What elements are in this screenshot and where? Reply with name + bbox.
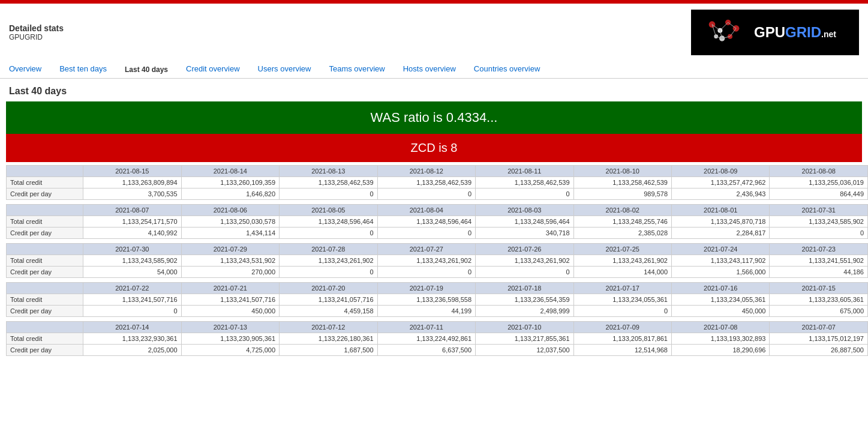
- molecule-icon: [700, 14, 748, 50]
- credit-per-day-value: 44,199: [377, 306, 475, 317]
- spacer: [7, 239, 868, 244]
- date-header: 2021-08-10: [573, 166, 671, 177]
- credit-per-day-value: 1,566,000: [672, 267, 770, 278]
- date-header: 2021-07-09: [573, 322, 671, 333]
- date-header: 2021-07-14: [83, 322, 181, 333]
- total-credit-value: 1,133,258,462,539: [476, 177, 573, 188]
- nav-countries-overview[interactable]: Countries overview: [474, 64, 540, 75]
- total-credit-label: Total credit: [7, 177, 83, 188]
- credit-per-day-value: 2,385,028: [573, 228, 671, 239]
- date-header: 2021-08-04: [377, 205, 475, 216]
- credit-per-day-value: 18,290,696: [672, 345, 770, 356]
- nav-overview[interactable]: Overview: [9, 64, 41, 75]
- credit-per-day-value: 1,434,114: [181, 228, 279, 239]
- svg-line-8: [720, 22, 728, 30]
- date-header: 2021-07-28: [280, 244, 377, 255]
- date-header: 2021-08-02: [573, 205, 671, 216]
- date-header: 2021-08-12: [377, 166, 475, 177]
- credit-per-day-value: 0: [573, 306, 671, 317]
- svg-line-9: [728, 22, 736, 28]
- date-header: 2021-07-11: [377, 322, 475, 333]
- total-credit-value: 1,133,243,261,902: [377, 255, 475, 267]
- total-credit-value: 1,133,245,870,718: [672, 216, 770, 228]
- date-header: 2021-08-01: [672, 205, 770, 216]
- total-credit-value: 1,133,243,261,902: [573, 255, 671, 267]
- date-header: 2021-08-09: [672, 166, 770, 177]
- total-credit-value: 1,133,224,492,861: [377, 333, 475, 345]
- credit-per-day-value: 450,000: [181, 306, 279, 317]
- total-credit-value: 1,133,193,302,893: [672, 333, 770, 345]
- credit-per-day-value: 1,646,820: [181, 188, 279, 200]
- nav-users-overview[interactable]: Users overview: [258, 64, 311, 75]
- spacer: [7, 317, 868, 322]
- credit-per-day-value: 12,514,968: [573, 345, 671, 356]
- total-credit-value: 1,133,241,057,716: [280, 294, 377, 306]
- credit-per-day-value: 54,000: [83, 267, 181, 278]
- nav-credit-overview[interactable]: Credit overview: [186, 64, 240, 75]
- empty-header: [7, 244, 83, 255]
- total-credit-label: Total credit: [7, 294, 83, 306]
- credit-per-day-value: 0: [476, 188, 573, 200]
- credit-per-day-value: 0: [280, 228, 377, 239]
- total-credit-value: 1,133,241,551,902: [770, 255, 868, 267]
- spacer: [7, 278, 868, 283]
- date-header: 2021-07-29: [181, 244, 279, 255]
- nav-best-ten-days[interactable]: Best ten days: [59, 64, 107, 75]
- total-credit-value: 1,133,230,905,361: [181, 333, 279, 345]
- credit-per-day-label: Credit per day: [7, 306, 83, 317]
- credit-per-day-label: Credit per day: [7, 345, 83, 356]
- date-header: 2021-08-05: [280, 205, 377, 216]
- logo: GPUGRID.net: [691, 10, 859, 55]
- date-header: 2021-07-31: [770, 205, 868, 216]
- date-header: 2021-08-15: [83, 166, 181, 177]
- credit-per-day-value: 144,000: [573, 267, 671, 278]
- credit-per-day-value: 2,284,817: [672, 228, 770, 239]
- credit-per-day-value: 1,687,500: [280, 345, 377, 356]
- stats-table: 2021-08-152021-08-142021-08-132021-08-12…: [6, 165, 868, 361]
- credit-per-day-label: Credit per day: [7, 188, 83, 200]
- total-credit-value: 1,133,236,598,558: [377, 294, 475, 306]
- logo-text: GPU: [754, 24, 785, 40]
- total-credit-value: 1,133,248,255,746: [573, 216, 671, 228]
- credit-per-day-value: 4,140,992: [83, 228, 181, 239]
- total-credit-value: 1,133,232,930,361: [83, 333, 181, 345]
- date-header: 2021-08-07: [83, 205, 181, 216]
- date-header: 2021-07-27: [377, 244, 475, 255]
- credit-per-day-value: 6,637,500: [377, 345, 475, 356]
- date-header: 2021-07-17: [573, 283, 671, 294]
- total-credit-value: 1,133,254,171,570: [83, 216, 181, 228]
- date-header: 2021-07-19: [377, 283, 475, 294]
- nav-teams-overview[interactable]: Teams overview: [329, 64, 385, 75]
- total-credit-value: 1,133,243,261,902: [280, 255, 377, 267]
- date-header: 2021-08-11: [476, 166, 573, 177]
- date-header: 2021-07-15: [770, 283, 868, 294]
- credit-per-day-value: 0: [377, 228, 475, 239]
- page-heading: Detailed stats: [9, 23, 64, 33]
- credit-per-day-value: 4,725,000: [181, 345, 279, 356]
- total-credit-value: 1,133,248,596,464: [377, 216, 475, 228]
- credit-per-day-value: 2,025,000: [83, 345, 181, 356]
- total-credit-value: 1,133,248,596,464: [476, 216, 573, 228]
- total-credit-value: 1,133,243,117,902: [672, 255, 770, 267]
- total-credit-value: 1,133,258,462,539: [573, 177, 671, 188]
- spacer: [7, 356, 868, 361]
- nav-hosts-overview[interactable]: Hosts overview: [403, 64, 456, 75]
- total-credit-value: 1,133,250,030,578: [181, 216, 279, 228]
- date-header: 2021-07-18: [476, 283, 573, 294]
- svg-line-12: [730, 28, 736, 36]
- total-credit-value: 1,133,205,817,861: [573, 333, 671, 345]
- spacer: [7, 200, 868, 205]
- total-credit-value: 1,133,243,585,902: [83, 255, 181, 267]
- credit-per-day-value: 0: [476, 267, 573, 278]
- total-credit-value: 1,133,258,462,539: [377, 177, 475, 188]
- date-header: 2021-07-13: [181, 322, 279, 333]
- credit-per-day-value: 675,000: [770, 306, 868, 317]
- credit-per-day-value: 864,449: [770, 188, 868, 200]
- svg-point-0: [709, 21, 716, 28]
- date-header: 2021-07-07: [770, 322, 868, 333]
- total-credit-label: Total credit: [7, 333, 83, 345]
- date-header: 2021-08-13: [280, 166, 377, 177]
- total-credit-value: 1,133,243,261,902: [476, 255, 573, 267]
- date-header: 2021-08-03: [476, 205, 573, 216]
- total-credit-value: 1,133,234,055,361: [573, 294, 671, 306]
